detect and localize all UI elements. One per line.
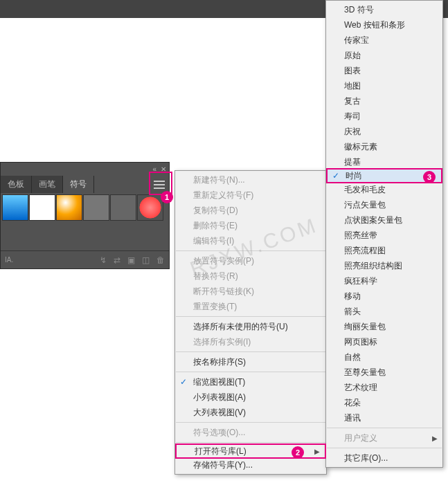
check-icon: ✓: [332, 171, 339, 181]
menu-item-label: 照亮组织结构图: [344, 260, 402, 272]
menu-item[interactable]: 照亮丝带: [326, 228, 442, 243]
break-link-icon[interactable]: ⇄: [114, 255, 120, 265]
hamburger-icon: [154, 181, 165, 189]
menu-item[interactable]: 照亮流程图: [326, 243, 442, 258]
new-symbol-icon[interactable]: ◫: [142, 255, 150, 265]
menu-item[interactable]: 图表: [326, 63, 442, 78]
menu-separator: [176, 442, 325, 443]
menu-item[interactable]: 点状图案矢量包: [326, 212, 442, 228]
menu-item[interactable]: 照亮组织结构图: [326, 258, 442, 273]
menu-separator: [176, 422, 325, 423]
menu-item-label: 复古: [344, 95, 361, 107]
menu-item[interactable]: 小列表视图(A): [175, 390, 326, 405]
menu-item-label: 提基: [344, 156, 361, 168]
menu-item[interactable]: 存储符号库(Y)...: [175, 457, 326, 473]
delete-symbol-icon[interactable]: 🗑: [156, 255, 165, 265]
menu-item[interactable]: 花朵: [326, 395, 442, 410]
tab-symbols[interactable]: 符号: [63, 176, 94, 193]
symbol-thumb[interactable]: [137, 194, 163, 221]
menu-item[interactable]: 通讯: [326, 410, 442, 426]
menu-item-label: 照亮流程图: [344, 245, 386, 257]
menu-item-label: 存储符号库(Y)...: [193, 459, 253, 471]
menu-item[interactable]: 至尊矢量包: [326, 365, 442, 380]
menu-separator: [176, 316, 325, 317]
menu-item[interactable]: 疯狂科学: [326, 273, 442, 289]
menu-item-label: 用户定义: [344, 432, 377, 444]
tab-swatches[interactable]: 色板: [1, 176, 32, 193]
symbol-options-icon[interactable]: ▣: [127, 255, 135, 265]
menu-item-label: 替换符号(R): [193, 271, 238, 282]
menu-item[interactable]: 绚丽矢量包: [326, 319, 442, 334]
menu-item-label: 按名称排序(S): [193, 356, 246, 368]
library-button[interactable]: IA.: [5, 256, 13, 264]
menu-separator: [327, 448, 442, 448]
menu-item: 新建符号(N)...: [175, 172, 326, 187]
menu-item[interactable]: ✓缩览图视图(T): [175, 374, 326, 390]
menu-item: 重置变换(T): [175, 299, 326, 314]
menu-item: 选择所有实例(I): [175, 334, 326, 349]
menu-item[interactable]: 其它库(O)...: [326, 450, 442, 466]
menu-item[interactable]: 选择所有未使用的符号(U): [175, 319, 326, 334]
menu-item-label: 重新定义符号(F): [193, 190, 253, 201]
menu-item-label: 删除符号(E): [193, 220, 238, 232]
menu-item[interactable]: Web 按钮和条形: [326, 17, 442, 33]
menu-item[interactable]: 传家宝: [326, 33, 442, 48]
menu-item-label: 缩览图视图(T): [193, 376, 245, 388]
menu-item-label: 照亮丝带: [344, 230, 377, 241]
menu-item-label: Web 按钮和条形: [344, 19, 405, 31]
menu-item-label: 选择所有实例(I): [193, 336, 251, 348]
menu-item[interactable]: 复古: [326, 93, 442, 109]
menu-item[interactable]: 毛发和毛皮: [326, 182, 442, 197]
menu-item[interactable]: 自然: [326, 349, 442, 365]
menu-item[interactable]: 徽标元素: [326, 139, 442, 154]
menu-item[interactable]: 庆祝: [326, 124, 442, 139]
menu-item[interactable]: 网页图标: [326, 334, 442, 349]
menu-item-label: 移动: [344, 291, 361, 302]
menu-item[interactable]: 地图: [326, 78, 442, 93]
menu-item: 编辑符号(I): [175, 233, 326, 248]
place-instance-icon[interactable]: ↯: [100, 255, 107, 265]
menu-item[interactable]: ✓时尚3: [326, 168, 442, 183]
symbol-thumb[interactable]: [56, 194, 82, 221]
menu-item[interactable]: 大列表视图(V): [175, 405, 326, 420]
panel-context-menu: 新建符号(N)...重新定义符号(F)复制符号(D)删除符号(E)编辑符号(I)…: [174, 170, 327, 475]
menu-item-label: 复制符号(D): [193, 205, 238, 217]
menu-item[interactable]: 箭头: [326, 304, 442, 319]
menu-item[interactable]: 3D 符号: [326, 2, 442, 17]
menu-item-label: 网页图标: [344, 336, 377, 348]
menu-item[interactable]: 艺术纹理: [326, 380, 442, 395]
menu-item[interactable]: 提基: [326, 154, 442, 170]
menu-item-label: 时尚: [346, 170, 362, 182]
menu-item[interactable]: 按名称排序(S): [175, 354, 326, 369]
symbol-thumb[interactable]: [110, 194, 136, 221]
symbol-thumb[interactable]: [83, 194, 109, 221]
menu-separator: [176, 351, 325, 352]
symbol-thumb[interactable]: [2, 194, 28, 221]
menu-item-label: 通讯: [344, 412, 361, 424]
panel-collapse-icon[interactable]: «: [152, 165, 156, 173]
menu-item: 放置符号实例(P): [175, 253, 326, 268]
menu-item[interactable]: 寿司: [326, 109, 442, 124]
check-icon: ✓: [180, 377, 187, 387]
menu-item[interactable]: 原始: [326, 48, 442, 63]
menu-item: 替换符号(R): [175, 268, 326, 284]
menu-item[interactable]: 污点矢量包: [326, 197, 442, 212]
symbol-library-submenu: 3D 符号Web 按钮和条形传家宝原始图表地图复古寿司庆祝徽标元素提基✓时尚3毛…: [325, 0, 443, 468]
symbol-thumbnails: [1, 193, 169, 222]
menu-item: 重新定义符号(F): [175, 187, 326, 203]
symbol-thumb[interactable]: [29, 194, 55, 221]
menu-item[interactable]: 打开符号库(L)▶2: [175, 443, 326, 459]
menu-item: 用户定义▶: [326, 430, 442, 446]
menu-item-label: 箭头: [344, 306, 361, 318]
panel-menu-button[interactable]: [151, 176, 168, 193]
menu-item-label: 新建符号(N)...: [193, 174, 245, 186]
tab-brushes[interactable]: 画笔: [32, 176, 63, 193]
menu-separator: [176, 250, 325, 251]
panel-close-icon[interactable]: ✕: [161, 165, 166, 173]
menu-item: 复制符号(D): [175, 203, 326, 218]
menu-item-label: 3D 符号: [344, 4, 374, 16]
menu-item-label: 重置变换(T): [193, 301, 237, 313]
menu-item[interactable]: 移动: [326, 289, 442, 304]
menu-separator: [176, 372, 325, 372]
panel-footer: IA. ↯ ⇄ ▣ ◫ 🗑: [1, 250, 169, 268]
